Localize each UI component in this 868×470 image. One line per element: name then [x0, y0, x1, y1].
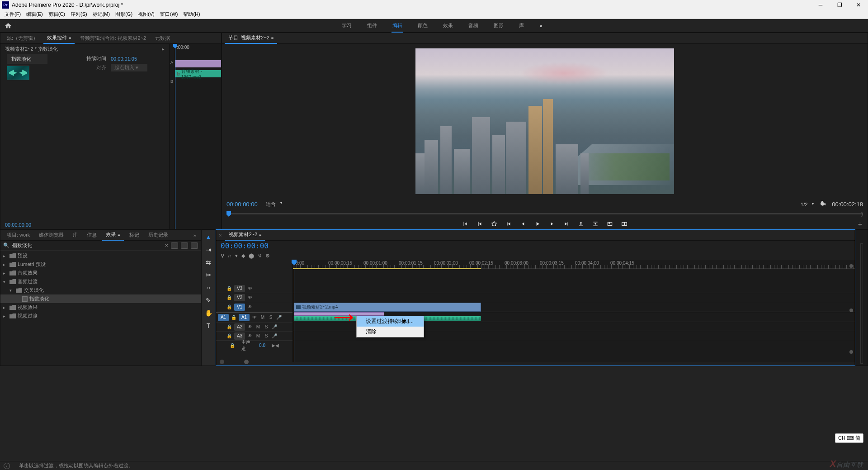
program-scrubber[interactable]: } — [226, 211, 863, 217]
ws-learn[interactable]: 学习 — [341, 22, 353, 29]
video-clip[interactable]: 视频素材2~2.mp4 — [294, 303, 481, 312]
program-timecode-left[interactable]: 00:00:00:00 — [226, 201, 258, 208]
ec-playhead[interactable] — [175, 44, 175, 229]
tree-exponential-fade[interactable]: 指数淡化 — [0, 294, 201, 303]
track-a3[interactable]: A3 — [234, 332, 245, 340]
minimize-button[interactable]: ─ — [816, 1, 825, 9]
hand-tool[interactable]: ✋ — [204, 309, 213, 318]
timeline-timecode[interactable]: 00:00:00:00 — [221, 242, 270, 250]
effect-controls-timecode[interactable]: 00:00:00:00 — [5, 221, 31, 229]
track-v1[interactable]: V1 — [234, 304, 245, 311]
menu-window[interactable]: 窗口(W) — [157, 11, 181, 18]
timeline-ruler[interactable]: 00:00 00:00:00:15 00:00:01:00 00:00:01:1… — [293, 260, 855, 269]
tab-project[interactable]: 项目: work — [3, 230, 33, 240]
vscroll-knob-mid[interactable] — [849, 309, 853, 312]
filter-icon-3[interactable] — [191, 242, 198, 249]
effects-search-input[interactable] — [12, 243, 162, 248]
menu-sequence[interactable]: 序列(S) — [68, 11, 90, 18]
tree-lumetri[interactable]: ▸Lumetri 预设 — [0, 260, 201, 269]
vscroll-knob-top[interactable] — [849, 264, 853, 268]
home-button[interactable] — [0, 19, 16, 33]
tab-history[interactable]: 历史记录 — [145, 230, 172, 240]
tab-effect-controls[interactable]: 效果控件≡ — [43, 33, 75, 44]
tab-media-browser[interactable]: 媒体浏览器 — [35, 230, 67, 240]
ripple-edit-tool[interactable]: ⇆ — [204, 258, 213, 267]
go-out-button[interactable] — [563, 220, 570, 228]
step-fwd-button[interactable] — [548, 220, 556, 228]
filter-icon-1[interactable] — [171, 242, 178, 249]
track-v3[interactable]: V3 — [234, 285, 245, 292]
maximize-button[interactable]: ❐ — [835, 1, 844, 9]
tree-audio-fx[interactable]: ▸音频效果 — [0, 269, 201, 277]
razor-tool[interactable]: ✂ — [204, 271, 213, 280]
ws-assembly[interactable]: 组件 — [366, 22, 378, 29]
ws-overflow[interactable]: » — [538, 23, 543, 28]
duration-value[interactable]: 00:00:01:05 — [111, 56, 137, 62]
tree-video-fx[interactable]: ▸视频效果 — [0, 303, 201, 312]
tree-presets[interactable]: ▸预设 — [0, 252, 201, 260]
ws-library[interactable]: 库 — [518, 22, 525, 29]
mark-button[interactable] — [491, 220, 498, 228]
track-select-tool[interactable]: ⇥ — [204, 245, 213, 254]
menu-mark[interactable]: 标记(M) — [90, 11, 113, 18]
menu-help[interactable]: 帮助(H) — [180, 11, 203, 18]
tab-library[interactable]: 库 — [69, 230, 81, 240]
ime-indicator[interactable]: CH ⌨ 简 — [835, 433, 863, 443]
selection-tool[interactable]: ▲ — [204, 233, 213, 242]
vscroll-knob-bot[interactable] — [849, 350, 853, 354]
zoom-fit-select[interactable]: 适合 — [263, 200, 283, 208]
resolution-select[interactable]: 1/2 — [798, 201, 815, 208]
ctx-set-duration[interactable]: 设置过渡持续时间... — [357, 316, 424, 327]
export-frame-button[interactable] — [606, 220, 613, 228]
marker-icon[interactable]: ▾ — [235, 253, 238, 259]
menu-clip[interactable]: 剪辑(C) — [46, 11, 68, 18]
program-preview[interactable] — [415, 48, 674, 194]
tab-sequence[interactable]: 视频素材2~2≡ — [225, 229, 265, 241]
timeline-tracks-area[interactable]: 00:00 00:00:00:15 00:00:01:00 00:00:01:1… — [293, 260, 855, 362]
play-button[interactable] — [534, 220, 541, 228]
tab-effects[interactable]: 效果≡ — [102, 229, 123, 241]
wrench-icon-tl[interactable]: ↯ — [258, 253, 262, 259]
hscroll-knob-l[interactable] — [220, 360, 224, 364]
tree-crossfade[interactable]: ▾交叉淡化 — [0, 286, 201, 294]
step-back-button[interactable] — [519, 220, 527, 228]
menu-file[interactable]: 文件(F) — [2, 11, 24, 18]
mark-in-button[interactable] — [462, 220, 469, 228]
close-button[interactable]: ✕ — [854, 1, 863, 9]
clear-search-button[interactable]: × — [165, 242, 168, 249]
ws-effects[interactable]: 效果 — [442, 22, 454, 29]
menu-graphics[interactable]: 图形(G) — [113, 11, 135, 18]
tab-markers[interactable]: 标记 — [126, 230, 143, 240]
ws-graphics[interactable]: 图形 — [493, 22, 505, 29]
go-in-button[interactable] — [505, 220, 512, 228]
panel-overflow[interactable]: » — [192, 233, 198, 238]
track-a2[interactable]: A2 — [234, 323, 245, 331]
tab-program[interactable]: 节目: 视频素材2~2≡ — [225, 33, 277, 44]
tab-metadata[interactable]: 元数据 — [151, 33, 174, 43]
extra-icon-tl[interactable]: ⚙ — [265, 253, 270, 259]
menu-view[interactable]: 视图(V) — [135, 11, 157, 18]
hscroll-knob-r[interactable] — [244, 360, 249, 364]
tree-video-trans[interactable]: ▸视频过渡 — [0, 312, 201, 320]
snap-icon[interactable]: ⚲ — [221, 253, 224, 259]
add-button[interactable]: + — [858, 220, 862, 228]
filter-icon-2[interactable] — [181, 242, 188, 249]
tab-audio-mixer[interactable]: 音频剪辑混合器: 视频素材2~2 — [76, 33, 150, 43]
tab-source[interactable]: 源:（无剪辑） — [3, 33, 42, 43]
ws-audio[interactable]: 音频 — [467, 22, 479, 29]
effect-timeline[interactable]: :00:00 A fx音频素材 - 1967.mp3 B — [169, 44, 221, 229]
settings-icon-tl[interactable]: ⬤ — [249, 253, 254, 259]
tab-info[interactable]: 信息 — [83, 230, 100, 240]
mark-out-button[interactable] — [476, 220, 483, 228]
menu-edit[interactable]: 编辑(E) — [24, 11, 46, 18]
settings-icon[interactable] — [820, 201, 826, 208]
track-a1[interactable]: A1 — [239, 314, 250, 321]
master-level[interactable]: 0.0 — [259, 343, 265, 348]
pen-tool[interactable]: ✎ — [204, 296, 213, 305]
ctx-clear[interactable]: 清除 — [357, 327, 424, 337]
ws-color[interactable]: 颜色 — [417, 22, 429, 29]
tree-audio-trans[interactable]: ▾音频过渡 — [0, 277, 201, 286]
ws-edit[interactable]: 编辑 — [392, 22, 403, 33]
src-a1[interactable]: A1 — [218, 314, 229, 321]
extract-button[interactable] — [592, 220, 599, 228]
